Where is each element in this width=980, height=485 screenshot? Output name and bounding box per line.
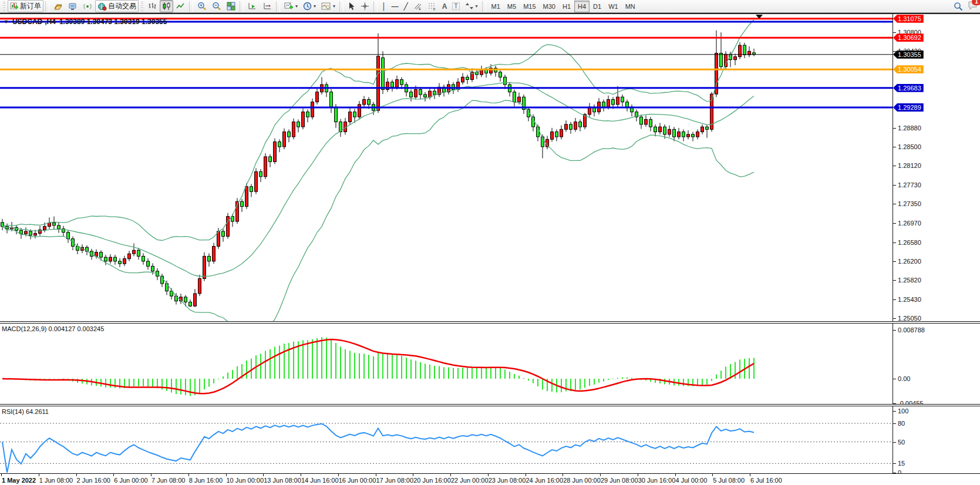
search-icon[interactable]: [954, 2, 963, 11]
timeframe-h4[interactable]: H4: [574, 1, 590, 12]
price-tick-label: 1.28500: [898, 143, 921, 150]
axis-tick: [893, 411, 896, 412]
timeframe-m30[interactable]: M30: [540, 1, 559, 12]
terminal-button[interactable]: [66, 0, 80, 12]
notifications-button[interactable]: 1: [968, 1, 978, 12]
price-tick-label: 1.25430: [898, 296, 921, 303]
chart-line-button[interactable]: [174, 0, 187, 12]
chart-shift-button[interactable]: [260, 0, 274, 12]
axis-tick: [893, 185, 896, 186]
horizontal-line-icon: —: [392, 3, 399, 10]
auto-scroll-icon: [248, 2, 257, 11]
trendline-button[interactable]: ╱: [402, 0, 410, 12]
axis-tick: [893, 330, 896, 331]
vertical-line-icon: │: [382, 3, 386, 10]
timeframe-d1[interactable]: D1: [590, 1, 605, 12]
separator: [276, 1, 280, 12]
horizontal-line-button[interactable]: —: [389, 0, 401, 12]
timeframe-m15[interactable]: M15: [520, 1, 539, 12]
periods-button[interactable]: ▾: [301, 0, 318, 12]
time-tick: [1, 474, 2, 476]
time-tick: [113, 474, 114, 476]
terminal-icon: [68, 2, 78, 11]
timeframe-m1[interactable]: M1: [488, 1, 504, 12]
new-chart-icon: [284, 2, 294, 11]
fibonacci-button[interactable]: F: [425, 0, 439, 12]
chart-shift-icon: [262, 2, 272, 11]
time-tick: [563, 474, 563, 476]
pane-separator-rsi[interactable]: [0, 404, 980, 406]
svg-text:E: E: [419, 7, 421, 11]
new-order-icon: [10, 2, 19, 11]
zoom-in-button[interactable]: [195, 0, 209, 12]
time-label: 24 Jun 16:00: [526, 477, 564, 484]
separator: [189, 1, 193, 12]
ohlc-readout: 1.30389 1.30473 1.30319 1.30355: [59, 18, 167, 26]
macd-tick-label: 0.008788: [898, 326, 925, 334]
text-label-button[interactable]: T: [450, 0, 462, 12]
arrows-button[interactable]: ▾: [463, 0, 480, 12]
auto-trading-button[interactable]: 自动交易: [95, 0, 139, 12]
price-tick-label: 1.26200: [898, 258, 921, 265]
time-axis[interactable]: 1 May 20221 Jun 08:002 Jun 16:006 Jun 00…: [0, 473, 980, 485]
time-label: 6 Jul 16:00: [750, 477, 782, 484]
timeframe-mn[interactable]: MN: [622, 1, 639, 12]
axis-tick: [893, 379, 896, 379]
macd-name: MACD(12,26,9): [2, 325, 46, 332]
text-icon: A: [442, 3, 447, 10]
rsi-value: 64.2611: [26, 408, 49, 415]
time-label: 17 Jun 08:00: [376, 477, 414, 484]
time-tick: [338, 474, 339, 476]
chart-canvas[interactable]: [0, 0, 980, 485]
text-button[interactable]: A: [440, 0, 450, 12]
cursor-icon: [348, 2, 355, 11]
time-label: 28 Jun 00:00: [563, 477, 601, 484]
time-label: 6 Jun 00:00: [114, 477, 148, 484]
auto-scroll-button[interactable]: [245, 0, 260, 12]
toolbar-grip[interactable]: [141, 2, 143, 11]
price-line-badge: 1.29683: [893, 84, 924, 92]
window-border: [0, 13, 980, 14]
crosshair-button[interactable]: [358, 0, 372, 12]
time-tick: [488, 474, 489, 476]
zoom-out-icon: [212, 2, 221, 11]
axis-tick: [893, 128, 896, 129]
price-tick-label: 1.28120: [898, 162, 921, 169]
cursor-button[interactable]: [345, 0, 358, 12]
axis-tick: [893, 463, 896, 464]
rsi-tick-label: 15: [898, 460, 905, 467]
price-line-badge: 1.30355: [893, 50, 924, 59]
new-chart-button[interactable]: ▾: [282, 0, 300, 12]
separator: [45, 1, 49, 12]
axis-tick: [893, 261, 896, 262]
price-line-badge: 1.31075: [893, 15, 924, 23]
vertical-line-button[interactable]: │: [379, 0, 389, 12]
time-tick: [712, 474, 713, 476]
indicators-button[interactable]: ▾: [319, 0, 338, 12]
timeframe-m5[interactable]: M5: [504, 1, 520, 12]
time-tick: [39, 474, 39, 476]
zoom-out-button[interactable]: [210, 0, 224, 12]
macd-tick-label: 0.00: [898, 375, 910, 382]
equidistant-channel-button[interactable]: E: [411, 0, 425, 12]
axis-tick: [893, 166, 896, 166]
auto-trading-label: 自动交易: [108, 1, 136, 11]
separator: [373, 1, 378, 12]
strategy-tester-button[interactable]: [80, 0, 95, 12]
time-tick: [76, 474, 77, 476]
collapse-triangle-icon[interactable]: ▼: [4, 19, 9, 25]
market-watch-button[interactable]: [51, 0, 65, 12]
price-line-badge: 1.30692: [893, 33, 924, 42]
clock-icon: [303, 2, 312, 11]
timeframe-w1[interactable]: W1: [605, 1, 622, 12]
chart-candles-button[interactable]: [160, 0, 173, 12]
symbol-label: USDCAD-,H4: [12, 18, 56, 26]
toolbar-grip[interactable]: [3, 2, 5, 11]
time-label: 22 Jun 00:00: [451, 477, 489, 484]
timeframe-h1[interactable]: H1: [559, 1, 574, 12]
new-order-button[interactable]: 新订单: [8, 0, 43, 12]
time-tick: [600, 474, 601, 476]
pane-separator-macd[interactable]: [0, 321, 980, 324]
tile-windows-button[interactable]: [224, 0, 238, 12]
chart-bars-button[interactable]: [146, 0, 159, 12]
